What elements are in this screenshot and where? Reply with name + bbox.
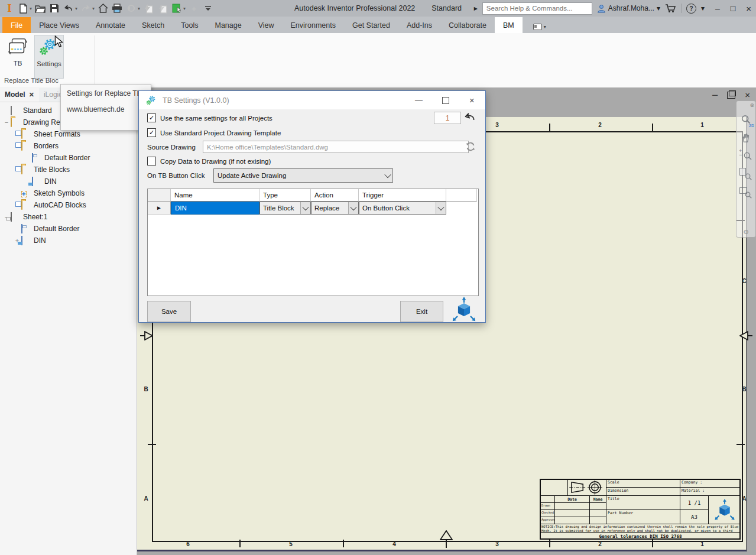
print-icon[interactable] [111,2,124,15]
tab-model-label: Model [5,90,25,99]
ribbon-tab-environments[interactable]: Environments [283,17,344,33]
ribbon-collapse-button[interactable]: ▾ [533,24,546,30]
user-dropdown-icon[interactable]: ▾ [657,4,660,12]
zoom-2d-icon[interactable]: 2D [739,112,753,126]
zone-number-bottom: 5 [289,541,293,547]
dialog-close-button[interactable]: × [459,91,485,109]
ribbon-tab-manage[interactable]: Manage [206,17,249,33]
update-local-icon [142,2,155,15]
model-browser-panel: Model ✕ iLogic + Standard−Drawing Resour… [0,87,137,555]
tree-item-autocad-blocks[interactable]: +AutoCAD Blocks [0,199,136,211]
center-arrow-bottom [440,530,453,540]
exit-button[interactable]: Exit [400,301,443,322]
tree-item-label: Default Border [44,154,90,162]
tree-item-borders[interactable]: −Borders [0,140,136,152]
new-file-icon[interactable] [17,2,30,15]
standard-template-checkbox[interactable]: ✓ [147,128,156,137]
tree-item-sketch-symbols[interactable]: Sketch Symbols [0,187,136,199]
zone-number-bottom: 2 [598,541,602,547]
table-cell-trigger-value: On Button Click [362,205,410,212]
save-icon[interactable] [48,2,61,15]
tree-item-sheet-1[interactable]: −Sheet:1 [0,211,136,223]
new-file-dropdown-icon[interactable]: ▾ [30,6,32,11]
copy-data-checkbox[interactable] [147,157,156,165]
table-cell-type[interactable]: Title Block [259,202,311,215]
user-account[interactable]: Ashraf.Moha... ▾ [597,4,660,13]
source-drawing-field[interactable]: K:\Home office\Templates\Standard.dwg [203,141,469,153]
table-cell-trigger[interactable]: On Button Click [359,202,446,215]
ribbon-tab-place-views[interactable]: Place Views [31,17,87,33]
table-row-selector[interactable]: ► [148,202,171,215]
material-swatch-icon[interactable] [170,2,183,15]
zoom-window-icon[interactable] [739,186,753,200]
ribbon-tab-collaborate[interactable]: Collaborate [440,17,495,33]
combobox-chevron-icon[interactable] [382,169,392,182]
table-corner-cell [148,189,171,202]
tree-item-title-blocks[interactable]: −Title Blocks [0,164,136,176]
inventor-logo-icon[interactable]: I [4,2,15,15]
dialog-maximize-button[interactable] [432,91,459,109]
tree-item-default-border[interactable]: Default Border [0,223,136,235]
pan-hand-icon[interactable] [739,131,753,145]
settings-button-label: Settings [37,60,61,67]
refresh-icon[interactable] [465,141,476,152]
ribbon-tab-get-started[interactable]: Get Started [344,17,398,33]
table-cell-action[interactable]: Replace [311,202,359,215]
material-dropdown-icon[interactable]: ▾ [183,6,186,11]
table-cell-trigger-chevron-icon[interactable] [436,202,446,214]
tab-model[interactable]: Model ✕ [0,88,39,102]
store-cart-icon[interactable] [665,4,676,13]
ribbon-tab-add-ins[interactable]: Add-Ins [398,17,440,33]
doc-minimize-button[interactable]: ─ [712,90,718,99]
save-button[interactable]: Save [147,301,191,322]
tree-item-default-border[interactable]: Default Border [0,152,136,164]
window-maximize-button[interactable]: □ [731,4,735,13]
window-close-button[interactable]: × [746,4,751,14]
open-icon[interactable] [34,2,47,15]
undo-settings-icon[interactable] [463,111,476,123]
customize-qat-icon[interactable] [202,2,215,15]
navbar-close-icon[interactable]: ⊗ [749,102,754,108]
tree-item-din[interactable]: DIN [0,176,136,187]
window-minimize-button[interactable]: – [715,4,720,13]
undo-dropdown-icon[interactable]: ▾ [75,6,77,11]
on-tb-click-combobox[interactable]: Update Active Drawing [213,168,393,183]
ribbon-tab-view[interactable]: View [250,17,283,33]
dialog-minimize-button[interactable]: — [405,91,432,109]
project-counter-field[interactable]: 1 [434,112,461,124]
table-cell-type-value: Title Block [263,205,294,212]
same-settings-checkbox[interactable]: ✓ [147,113,156,122]
search-expander-icon[interactable]: ▶ [474,6,478,11]
zone-number-bottom: 4 [392,541,396,547]
tree-expander-icon[interactable]: − [2,119,11,126]
dialog-title-bar[interactable]: TB Settings (V1.0.0) — × [139,91,485,109]
help-dropdown-icon[interactable]: ▾ [701,4,705,12]
table-cell-type-chevron-icon[interactable] [300,202,310,214]
ribbon-tab-file[interactable]: File [2,17,31,33]
tab-close-icon[interactable]: ✕ [29,91,34,99]
home-icon[interactable] [96,2,109,15]
on-tb-click-label: On TB Button Click [147,172,205,179]
help-search-input[interactable] [482,2,592,15]
zoom-all-icon[interactable] [739,167,753,181]
tree-item-din[interactable]: +DIN [0,235,136,246]
ribbon-tab-annotate[interactable]: Annotate [87,17,134,33]
ribbon-tab-sketch[interactable]: Sketch [134,17,173,33]
table-cell-name[interactable]: DIN [171,202,259,215]
zone-number-top: 3 [495,122,499,128]
mapping-table[interactable]: NameTypeActionTrigger►DINTitle BlockRepl… [147,189,479,296]
table-cell-action-chevron-icon[interactable] [348,202,358,214]
navbar-collapse-icon[interactable]: ⊖ [743,228,748,236]
tree-border-icon [32,154,41,162]
ribbon-tab-tools[interactable]: Tools [173,17,206,33]
tooltip-url: www.bluemech.de [67,105,145,113]
doc-restore-button[interactable] [727,92,735,99]
doc-close-button[interactable]: × [745,90,750,100]
ribbon-tab-bm[interactable]: BM [495,17,523,33]
help-icon[interactable]: ? [686,4,696,14]
dialog-gears-icon [146,95,157,106]
tb-button[interactable]: TB [4,35,32,77]
undo-icon[interactable] [62,2,75,15]
tree-item-label: Sheet:1 [23,213,47,221]
zoom-in-out-icon[interactable]: +− [739,149,753,163]
